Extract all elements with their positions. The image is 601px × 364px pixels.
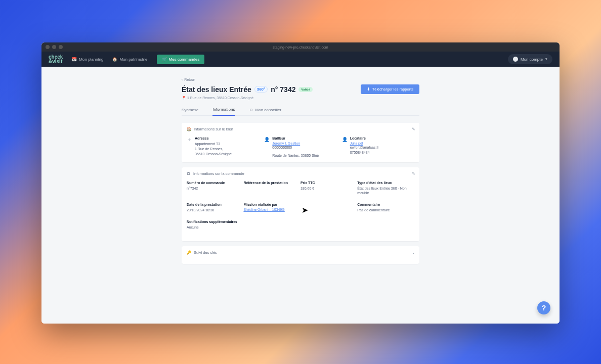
tab-synthese[interactable]: Synthèse xyxy=(182,105,198,115)
expand-suivi-button[interactable]: ⌄ xyxy=(412,250,415,255)
desktop-wallpaper: staging-new-pro.checkandvisit.com check&… xyxy=(0,0,601,364)
app-logo[interactable]: check&visit xyxy=(49,55,63,64)
value-type: État des lieux Entrée 360 - Non meublé xyxy=(357,186,414,196)
back-link[interactable]: ‹ Retour xyxy=(182,78,195,81)
label-comment: Commentaire xyxy=(357,203,414,206)
label-bailleur: Bailleur xyxy=(272,136,319,140)
chevron-left-icon: ‹ xyxy=(182,78,183,81)
label-prix: Prix TTC xyxy=(300,181,352,185)
card-title-commande: 🗒 Informations sur la commande xyxy=(187,171,414,176)
chevron-down-icon: ▾ xyxy=(545,57,547,61)
maximize-icon[interactable] xyxy=(59,45,63,49)
value-notif: Aucune xyxy=(187,225,238,230)
badge-360: 360° xyxy=(254,86,268,93)
pin-icon: 📍 xyxy=(182,96,186,100)
user-icon: 👤 xyxy=(342,137,347,158)
nav-label: Mon patrimoine xyxy=(119,57,147,62)
value-numero: n°7342 xyxy=(187,186,238,191)
breadcrumb: 📍 1 Rue de Rennes, 35510 Cesson-Sévigné xyxy=(182,96,419,100)
account-button[interactable]: Mon compte ▾ xyxy=(508,54,552,64)
home-icon: 🏠 xyxy=(187,127,191,131)
order-number: n° 7342 xyxy=(271,85,295,94)
cart-icon: 🛒 xyxy=(162,57,167,62)
nav-label: Mon planning xyxy=(79,57,103,62)
label-mission: Mission réalisée par xyxy=(243,203,295,206)
value-prix: 180,60 € xyxy=(300,186,352,191)
link-bailleur-name[interactable]: Jeremy I. Gestion xyxy=(272,142,319,145)
top-navbar: check&visit 📅 Mon planning 🏠 Mon patrimo… xyxy=(41,52,560,67)
card-commande: 🗒 Informations sur la commande ✎ Numéro … xyxy=(182,167,419,241)
value-mission[interactable]: Shédine Orbani – 10349G xyxy=(243,208,295,211)
download-reports-button[interactable]: ⬇ Télécharger les rapports xyxy=(361,84,419,94)
value-comment: Pas de commentaire xyxy=(357,208,414,213)
house-icon: 🏠 xyxy=(112,57,117,62)
traffic-lights[interactable] xyxy=(46,45,63,49)
close-icon[interactable] xyxy=(46,45,50,49)
list-icon: 🗒 xyxy=(187,171,191,176)
tab-conseiller[interactable]: ☺ Mon conseiller xyxy=(249,105,281,115)
nav-commandes[interactable]: 🛒 Mes commandes xyxy=(157,55,205,64)
help-icon: ? xyxy=(542,304,546,312)
status-badge: Validé xyxy=(298,87,312,92)
label-type: Type d'état des lieux xyxy=(357,181,414,185)
label-adresse: Adresse xyxy=(195,136,232,140)
card-bien: 🏠 Informations sur le bien ✎ ⌖ Adresse A… xyxy=(182,123,419,162)
card-suivi-cles: 🔑 Suivi des clés ⌄ xyxy=(182,246,419,264)
link-locataire-name[interactable]: Julia pét xyxy=(350,142,379,145)
card-title-suivi: 🔑 Suivi des clés xyxy=(187,250,414,255)
label-date: Date de la prestation xyxy=(187,203,238,206)
tab-informations[interactable]: Informations xyxy=(212,105,235,116)
avatar-icon xyxy=(513,57,518,62)
edit-bien-button[interactable]: ✎ xyxy=(412,127,415,131)
tab-bar: Synthèse Informations ☺ Mon conseiller xyxy=(182,105,419,116)
nav-patrimoine[interactable]: 🏠 Mon patrimoine xyxy=(112,57,147,62)
label-locataire: Locataire xyxy=(350,136,379,140)
edit-commande-button[interactable]: ✎ xyxy=(412,171,415,176)
pin-icon: ⌖ xyxy=(187,137,192,158)
url-display: staging-new-pro.checkandvisit.com xyxy=(273,46,328,49)
calendar-icon: 📅 xyxy=(72,57,77,62)
nav-planning[interactable]: 📅 Mon planning xyxy=(72,57,103,62)
window-titlebar: staging-new-pro.checkandvisit.com xyxy=(41,42,560,52)
page-title: État des lieux Entrée xyxy=(182,85,251,94)
nav-label: Mes commandes xyxy=(169,57,200,62)
page-content: ‹ Retour État des lieux Entrée 360° n° 7… xyxy=(41,67,560,324)
card-title-bien: 🏠 Informations sur le bien xyxy=(187,127,414,131)
advisor-icon: ☺ xyxy=(249,108,253,112)
app-window: staging-new-pro.checkandvisit.com check&… xyxy=(41,42,560,324)
label-reference: Référence de la prestation xyxy=(243,181,295,185)
user-icon: 👤 xyxy=(264,137,269,158)
label-numero: Numéro de commande xyxy=(187,181,238,185)
label-notif: Notifications supplémentaires xyxy=(187,220,238,223)
minimize-icon[interactable] xyxy=(52,45,56,49)
account-label: Mon compte xyxy=(521,57,543,62)
download-icon: ⬇ xyxy=(367,87,370,92)
key-icon: 🔑 xyxy=(187,250,191,255)
help-fab-button[interactable]: ? xyxy=(537,301,550,314)
value-date: 29/10/2024 10:30 xyxy=(187,208,238,213)
